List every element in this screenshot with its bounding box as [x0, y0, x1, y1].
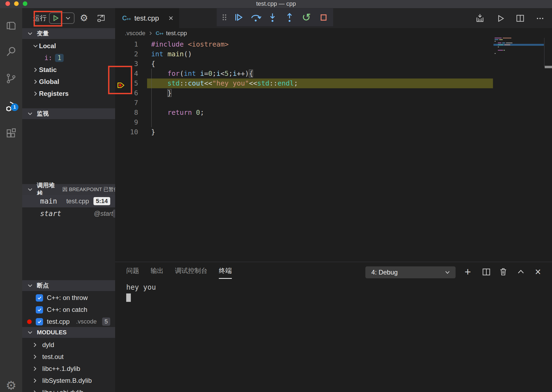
minimap-border — [544, 38, 544, 67]
code-line-4[interactable]: 4 for(int i=0;i<5;i++){ — [115, 69, 493, 79]
minimap[interactable] — [493, 37, 544, 59]
split-editor-icon[interactable] — [514, 12, 526, 24]
breakpoint-on-catch[interactable]: C++: on catch — [22, 304, 115, 316]
continue-icon[interactable] — [232, 10, 246, 24]
module-libsystem[interactable]: libSystem.B.dylib — [22, 375, 115, 387]
code-text[interactable]: #include <iostream> — [147, 40, 493, 49]
variable-i[interactable]: i: 1 — [22, 52, 115, 64]
code-text[interactable]: } — [147, 127, 493, 137]
module-libcpp[interactable]: libc++.1.dylib — [22, 363, 115, 375]
cpp-file-icon: C++ — [156, 30, 163, 36]
module-testout[interactable]: test.out — [22, 351, 115, 363]
code-text[interactable]: return 0; — [147, 108, 493, 117]
step-out-icon[interactable] — [283, 10, 297, 24]
line-number[interactable]: 10 — [115, 127, 147, 137]
breakpoint-testcpp[interactable]: test.cpp .vscode 5 — [22, 316, 115, 328]
stack-frame-main[interactable]: main test.cpp 5:14 — [22, 195, 115, 207]
breakpoint-on-throw[interactable]: C++: on throw — [22, 292, 115, 304]
line-number[interactable]: 7 — [115, 98, 147, 108]
checkbox-checked[interactable] — [36, 294, 43, 302]
run-and-debug-icon[interactable]: 1 — [0, 95, 22, 119]
code-text[interactable]: } — [147, 88, 493, 98]
code-text[interactable]: std::cout<<"hey you"<<std::endl; — [147, 79, 493, 88]
variable-value-badge: 1 — [55, 54, 64, 62]
code-editor[interactable]: 1#include <iostream>2int main()3{4 for(i… — [115, 38, 552, 262]
line-number[interactable]: 1 — [115, 40, 147, 49]
scope-local[interactable]: Local — [22, 40, 115, 52]
restart-icon[interactable]: ↺ — [299, 10, 313, 24]
scope-static[interactable]: Static — [22, 64, 115, 76]
tab-problems[interactable]: 问题 — [126, 266, 139, 279]
settings-gear-icon[interactable]: ⚙ — [0, 378, 22, 392]
line-number[interactable]: 8 — [115, 108, 147, 117]
kill-terminal-trash-icon[interactable] — [497, 265, 510, 278]
code-text[interactable]: { — [147, 59, 493, 69]
modules-section-header[interactable]: MODULES — [22, 327, 115, 338]
code-text[interactable]: int main() — [147, 49, 493, 59]
configure-launch-gear-icon[interactable]: ⚙ — [78, 12, 90, 24]
close-panel-icon[interactable]: × — [531, 265, 544, 278]
code-line-1[interactable]: 1#include <iostream> — [115, 40, 493, 49]
code-line-6[interactable]: 6 } — [115, 88, 493, 98]
tab-close-icon[interactable] — [168, 15, 174, 21]
terminal-select[interactable]: 4: Debug — [365, 266, 456, 278]
split-terminal-icon[interactable] — [480, 265, 493, 278]
search-icon[interactable] — [0, 39, 22, 64]
chevron-down-icon — [27, 31, 34, 37]
chevron-down-icon — [27, 283, 34, 289]
code-line-2[interactable]: 2int main() — [115, 49, 493, 59]
install-icon[interactable] — [474, 12, 486, 24]
tab-terminal[interactable]: 终端 — [219, 266, 232, 279]
code-text[interactable] — [147, 117, 493, 127]
code-line-8[interactable]: 8 return 0; — [115, 108, 493, 117]
chevron-down-icon — [444, 269, 451, 276]
chevron-down-icon — [27, 187, 34, 192]
debug-config-dropdown[interactable] — [62, 15, 74, 21]
scope-global[interactable]: Global — [22, 76, 115, 88]
more-actions-icon[interactable] — [534, 12, 546, 24]
extensions-icon[interactable] — [0, 122, 22, 146]
checkbox-checked[interactable] — [36, 306, 43, 313]
watch-section-header[interactable]: 监视 — [22, 108, 115, 119]
editor-actions — [474, 8, 546, 28]
debug-console-icon[interactable] — [95, 12, 107, 24]
code-text[interactable] — [147, 98, 493, 108]
step-into-icon[interactable] — [265, 10, 280, 24]
chevron-down-icon — [27, 329, 34, 335]
code-line-3[interactable]: 3{ — [115, 59, 493, 69]
stack-frame-start[interactable]: start @start 4 — [22, 207, 115, 220]
explorer-icon[interactable] — [0, 14, 22, 38]
variables-section-header[interactable]: 变量 — [22, 28, 115, 39]
breadcrumb-chevron-icon — [148, 31, 153, 36]
breadcrumb[interactable]: .vscode C++ test.cpp — [115, 28, 552, 38]
chevron-right-icon — [31, 342, 38, 348]
new-terminal-icon[interactable]: + — [461, 265, 474, 278]
breakpoint-line-badge: 5 — [102, 318, 110, 326]
line-number[interactable]: 2 — [115, 49, 147, 59]
debug-sidebar: 运行 ⚙ 变量 Local i: — [22, 8, 115, 392]
code-line-10[interactable]: 10} — [115, 127, 493, 137]
breakpoints-section-header[interactable]: 断点 — [22, 280, 115, 291]
line-number[interactable]: 9 — [115, 117, 147, 127]
tab-debug-console[interactable]: 调试控制台 — [175, 266, 207, 279]
tab-output[interactable]: 输出 — [151, 266, 164, 279]
run-file-icon[interactable] — [494, 12, 506, 24]
module-dyld[interactable]: dyld — [22, 339, 115, 351]
call-stack-section-header[interactable]: 调用堆栈 因 BREAKPOINT 已暂停 — [22, 184, 115, 195]
maximize-panel-icon[interactable] — [514, 265, 527, 278]
source-control-icon[interactable] — [0, 66, 22, 91]
code-text[interactable]: for(int i=0;i<5;i++){ — [147, 69, 493, 79]
code-line-7[interactable]: 7 — [115, 98, 493, 108]
chevron-right-icon — [31, 390, 38, 392]
checkbox-checked[interactable] — [36, 318, 43, 325]
code-line-5[interactable]: 5 std::cout<<"hey you"<<std::endl; — [115, 79, 493, 88]
scrollbar-thumb[interactable] — [545, 66, 552, 68]
code-line-9[interactable]: 9 — [115, 117, 493, 127]
step-over-icon[interactable] — [249, 10, 263, 24]
module-libcppabi[interactable]: libc++abi.dylib — [22, 387, 115, 392]
bottom-panel: 问题 输出 调试控制台 终端 4: Debug + × hey you — [115, 262, 552, 392]
scope-registers[interactable]: Registers — [22, 88, 115, 100]
toolbar-drag-grip[interactable] — [220, 10, 229, 24]
tab-testcpp[interactable]: C++ test.cpp — [115, 8, 179, 28]
stop-icon[interactable] — [316, 10, 330, 24]
